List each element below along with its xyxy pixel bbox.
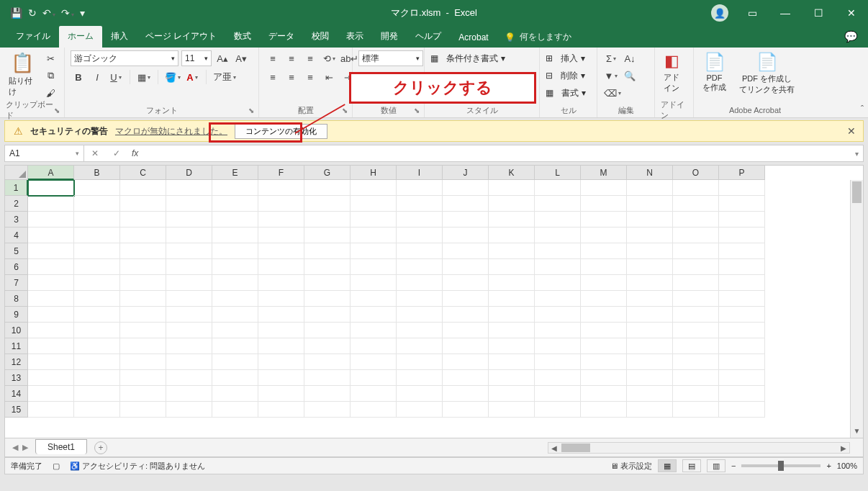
cell-C8[interactable] [120,291,166,307]
cell-P3[interactable] [719,212,765,228]
cell-M9[interactable] [581,307,627,323]
cell-N6[interactable] [627,259,673,275]
cell-K1[interactable] [489,180,535,196]
column-header-P[interactable]: P [719,166,765,180]
cell-J13[interactable] [443,370,489,386]
cell-M7[interactable] [581,275,627,291]
cell-B8[interactable] [74,291,120,307]
row-header-7[interactable]: 7 [5,275,28,291]
cell-H12[interactable] [351,354,397,370]
cell-E6[interactable] [212,259,258,275]
cell-J10[interactable] [443,323,489,338]
collapse-ribbon-icon[interactable]: ˆ [861,104,864,114]
align-bottom-icon[interactable]: ≡ [302,50,318,66]
cell-M6[interactable] [581,259,627,275]
cell-J4[interactable] [443,228,489,243]
cell-O9[interactable] [673,307,719,323]
cell-K6[interactable] [489,259,535,275]
cell-D4[interactable] [166,228,212,243]
cell-F8[interactable] [258,291,304,307]
autosum-icon[interactable]: Σ [603,50,619,66]
cell-E3[interactable] [212,212,258,228]
cell-O8[interactable] [673,291,719,307]
orientation-icon[interactable]: ⟲ [321,50,337,66]
cell-J12[interactable] [443,354,489,370]
cell-P2[interactable] [719,196,765,212]
cell-D13[interactable] [166,370,212,386]
cell-P1[interactable] [719,180,765,196]
cell-N14[interactable] [627,386,673,402]
cell-F2[interactable] [258,196,304,212]
decrease-indent-icon[interactable]: ⇤ [321,69,337,85]
align-middle-icon[interactable]: ≡ [284,50,299,66]
italic-button[interactable]: I [89,69,105,85]
cell-B3[interactable] [74,212,120,228]
cell-N4[interactable] [627,228,673,243]
cell-H14[interactable] [351,386,397,402]
tab-acrobat[interactable]: Acrobat [450,28,497,48]
paste-button[interactable]: 📋 貼り付け [6,50,38,99]
cell-K11[interactable] [489,338,535,354]
name-box[interactable]: A1 [5,145,84,161]
cell-F1[interactable] [258,180,304,196]
cell-G4[interactable] [304,228,351,243]
cell-E13[interactable] [212,370,258,386]
format-painter-icon[interactable]: 🖌 [42,85,58,101]
cell-N10[interactable] [627,323,673,338]
column-header-B[interactable]: B [74,166,120,180]
cell-O12[interactable] [673,354,719,370]
cell-L7[interactable] [535,275,581,291]
cell-H9[interactable] [351,307,397,323]
cell-I4[interactable] [397,228,443,243]
sheet-tab-sheet1[interactable]: Sheet1 [35,439,87,454]
phonetic-button[interactable]: ア亜 [212,69,237,85]
cell-C13[interactable] [120,370,166,386]
cell-L5[interactable] [535,243,581,259]
cell-K10[interactable] [489,323,535,338]
cell-E11[interactable] [212,338,258,354]
cell-G2[interactable] [304,196,351,212]
insert-cells-button[interactable]: 挿入 [561,53,578,65]
cell-C11[interactable] [120,338,166,354]
cell-K8[interactable] [489,291,535,307]
cell-F5[interactable] [258,243,304,259]
column-header-J[interactable]: J [443,166,489,180]
cell-A6[interactable] [28,259,74,275]
zoom-out-button[interactable]: − [731,461,736,470]
cell-G12[interactable] [304,354,351,370]
cell-J14[interactable] [443,386,489,402]
cell-F12[interactable] [258,354,304,370]
cell-G14[interactable] [304,386,351,402]
cell-K12[interactable] [489,354,535,370]
cell-G9[interactable] [304,307,351,323]
accessibility-status[interactable]: ♿ アクセシビリティ: 問題ありません [70,461,205,472]
cell-B14[interactable] [74,386,120,402]
alignment-dialog-icon[interactable]: ⬊ [342,107,348,114]
cell-N2[interactable] [627,196,673,212]
column-header-F[interactable]: F [258,166,304,180]
cell-L15[interactable] [535,402,581,418]
cell-F10[interactable] [258,323,304,338]
cell-J9[interactable] [443,307,489,323]
cell-O11[interactable] [673,338,719,354]
cell-D2[interactable] [166,196,212,212]
cell-O5[interactable] [673,243,719,259]
cell-D5[interactable] [166,243,212,259]
cell-D8[interactable] [166,291,212,307]
cell-J8[interactable] [443,291,489,307]
minimize-button[interactable]: — [769,0,802,26]
cell-C6[interactable] [120,259,166,275]
underline-button[interactable]: U [108,69,124,85]
cell-D3[interactable] [166,212,212,228]
autosave-icon[interactable]: ↻ [28,7,37,19]
cell-O14[interactable] [673,386,719,402]
cell-F14[interactable] [258,386,304,402]
cell-L11[interactable] [535,338,581,354]
cell-F4[interactable] [258,228,304,243]
cell-B4[interactable] [74,228,120,243]
cell-H1[interactable] [351,180,397,196]
cell-G8[interactable] [304,291,351,307]
copy-icon[interactable]: ⧉ [42,68,58,84]
qat-customize-icon[interactable]: ▾ [80,7,85,19]
cell-E12[interactable] [212,354,258,370]
